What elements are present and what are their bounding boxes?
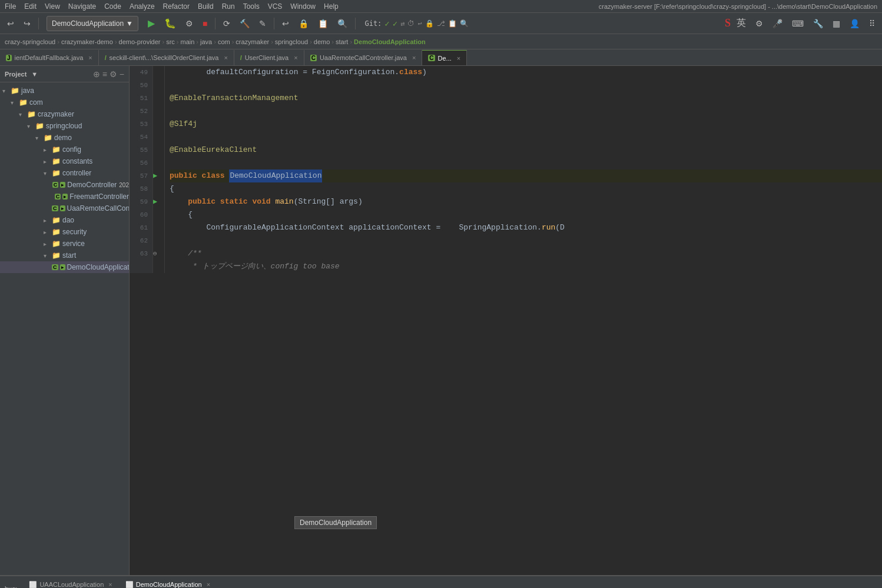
tree-item-springcloud[interactable]: ▾ 📁 springcloud: [0, 120, 129, 132]
tree-item-start[interactable]: ▾ 📁 start: [0, 250, 129, 261]
sync-button[interactable]: ⟳: [220, 16, 234, 31]
menu-code[interactable]: Code: [104, 2, 121, 11]
tab-close-icon[interactable]: ×: [224, 54, 227, 61]
tab-label: ientDefaultFallback.java: [15, 54, 84, 61]
tools-button[interactable]: 🔧: [810, 16, 827, 31]
debug-run-button[interactable]: 🐛: [161, 16, 180, 31]
tree-item-crazymaker[interactable]: ▾ 📁 crazymaker: [0, 108, 129, 120]
bookmark-button[interactable]: 📋: [314, 16, 331, 31]
tree-item-java[interactable]: ▾ 📁 java: [0, 85, 129, 97]
breadcrumb-crazy-springcloud[interactable]: crazy-springcloud: [5, 38, 55, 45]
user-button[interactable]: 👤: [846, 16, 863, 31]
back-button[interactable]: ↩: [4, 16, 18, 31]
breadcrumb-crazymaker-demo[interactable]: crazymaker-demo: [61, 38, 113, 45]
menu-run[interactable]: Run: [222, 2, 235, 11]
settings-button[interactable]: ⚙: [752, 16, 767, 31]
tree-item-uaacontroller[interactable]: C ▸ UaaRemoteCallContr: [0, 202, 129, 214]
appstore-button[interactable]: ▦: [829, 16, 844, 31]
run-arrow-57[interactable]: ▶: [153, 170, 157, 182]
code-line-56: [170, 157, 882, 170]
ime-button[interactable]: 英: [733, 16, 750, 31]
breadcrumb-java[interactable]: java: [200, 38, 212, 45]
debug-tab-uaa[interactable]: ⬜ UAACLoudApplication ×: [23, 578, 118, 588]
build-button[interactable]: 🔨: [236, 16, 253, 31]
tree-item-constants[interactable]: ▸ 📁 constants: [0, 155, 129, 167]
breadcrumb-com[interactable]: com: [218, 38, 230, 45]
project-dropdown-icon[interactable]: ▼: [31, 71, 38, 78]
run-arrow-59[interactable]: ▶: [153, 195, 157, 208]
git-annotate-icon: 📋: [448, 19, 457, 28]
menu-vcs[interactable]: VCS: [268, 2, 283, 11]
locate-file-button[interactable]: ⊕: [93, 69, 100, 79]
debug-tab-demo-close[interactable]: ×: [207, 581, 210, 588]
breadcrumb-main[interactable]: main: [181, 38, 195, 45]
stop-button[interactable]: ■: [199, 16, 211, 31]
tree-item-dao[interactable]: ▸ 📁 dao: [0, 214, 129, 226]
menu-navigate[interactable]: Navigate: [68, 2, 96, 11]
line-num-60: 60: [132, 208, 148, 221]
tab-close-icon[interactable]: ×: [294, 54, 297, 61]
line-numbers: 49 50 51 52 53 54 55 56 57 58 59 60 61 6…: [130, 66, 153, 273]
expand-arrow-constants: ▸: [44, 158, 52, 165]
tree-item-democontroller[interactable]: C ▸ DemoController 202: [0, 179, 129, 191]
forward-button[interactable]: ↪: [20, 16, 34, 31]
breadcrumb-springcloud[interactable]: springcloud: [275, 38, 308, 45]
tab-close-icon[interactable]: ×: [88, 54, 92, 61]
run-button[interactable]: ▶: [144, 16, 158, 31]
run-configuration[interactable]: DemoCloudApplication ▼: [47, 16, 138, 31]
menu-view[interactable]: View: [45, 2, 60, 11]
menu-build[interactable]: Build: [198, 2, 214, 11]
code-line-64: * トップページ向い、config too base: [170, 260, 882, 273]
code-text-area[interactable]: defaultConfiguration = FeignConfiguratio…: [165, 66, 882, 273]
debug-tab-demo[interactable]: ⬜ DemoCloudApplication ×: [120, 578, 216, 588]
redo-button[interactable]: 🔒: [295, 16, 312, 31]
tree-item-demo[interactable]: ▾ 📁 demo: [0, 132, 129, 144]
menu-edit[interactable]: Edit: [24, 2, 37, 11]
settings-panel-button[interactable]: ⚙: [110, 69, 117, 79]
tab-ientDefaultFallback[interactable]: J ientDefaultFallback.java ×: [0, 50, 99, 65]
tab-DemoCloudApplication[interactable]: C De... ×: [422, 50, 467, 65]
menu-tools[interactable]: Tools: [243, 2, 260, 11]
menu-help[interactable]: Help: [324, 2, 339, 11]
tab-close-icon[interactable]: ×: [412, 54, 416, 61]
tree-item-freemartcontroller[interactable]: C ▸ FreemartController: [0, 191, 129, 202]
breadcrumb-demo[interactable]: demo: [314, 38, 330, 45]
breadcrumb-demo-provider[interactable]: demo-provider: [119, 38, 161, 45]
menu-file[interactable]: File: [5, 2, 16, 11]
gutter-60: [153, 208, 164, 221]
undo-button[interactable]: ↩: [278, 16, 293, 31]
project-panel-header: Project ▼ ⊕ ≡ ⚙ −: [0, 66, 129, 82]
microphone-button[interactable]: 🎤: [769, 16, 786, 31]
menu-more-button[interactable]: ⠿: [866, 16, 878, 31]
tree-item-democloudapplication[interactable]: C ▸ DemoCloudApplicati: [0, 261, 129, 273]
breadcrumb-src[interactable]: src: [166, 38, 175, 45]
tab-UaaRemoteCallController[interactable]: C UaaRemoteCallController.java ×: [304, 50, 423, 65]
minus-button[interactable]: −: [120, 69, 124, 79]
tree-item-security[interactable]: ▸ 📁 security: [0, 226, 129, 238]
tab-UserClient[interactable]: I UserClient.java ×: [234, 50, 304, 65]
menu-analyze[interactable]: Analyze: [130, 2, 155, 11]
edit-config-button[interactable]: ✎: [256, 16, 270, 31]
tree-item-config[interactable]: ▸ 📁 config: [0, 144, 129, 155]
menu-window[interactable]: Window: [290, 2, 316, 11]
expand-arrow-security: ▸: [44, 229, 52, 235]
run-config-dropdown[interactable]: DemoCloudApplication ▼: [43, 16, 142, 31]
collapse-all-button[interactable]: ≡: [102, 69, 107, 79]
breadcrumb-current[interactable]: DemoCloudApplication: [354, 38, 426, 45]
tab-close-active-icon[interactable]: ×: [457, 55, 460, 62]
keyboard-button[interactable]: ⌨: [788, 16, 807, 31]
breadcrumb-crazymaker[interactable]: crazymaker: [236, 38, 269, 45]
find-button[interactable]: 🔍: [334, 16, 351, 31]
toolbar-separator-1: [38, 18, 39, 29]
tab-seckill-client[interactable]: I seckill-client\...\SeckillOrderClient.…: [99, 50, 234, 65]
tree-item-controller[interactable]: ▾ 📁 controller: [0, 167, 129, 179]
line-num-62: 62: [132, 234, 148, 247]
tree-item-com[interactable]: ▾ 📁 com: [0, 97, 129, 108]
menu-refactor[interactable]: Refactor: [163, 2, 190, 11]
code-content[interactable]: 49 50 51 52 53 54 55 56 57 58 59 60 61 6…: [130, 66, 882, 575]
breadcrumb-start[interactable]: start: [336, 38, 348, 45]
coverage-button[interactable]: ⚙: [182, 16, 197, 31]
tree-item-service[interactable]: ▸ 📁 service: [0, 238, 129, 250]
debug-tab-uaa-close[interactable]: ×: [108, 581, 112, 588]
line-num-56: 56: [132, 157, 148, 170]
